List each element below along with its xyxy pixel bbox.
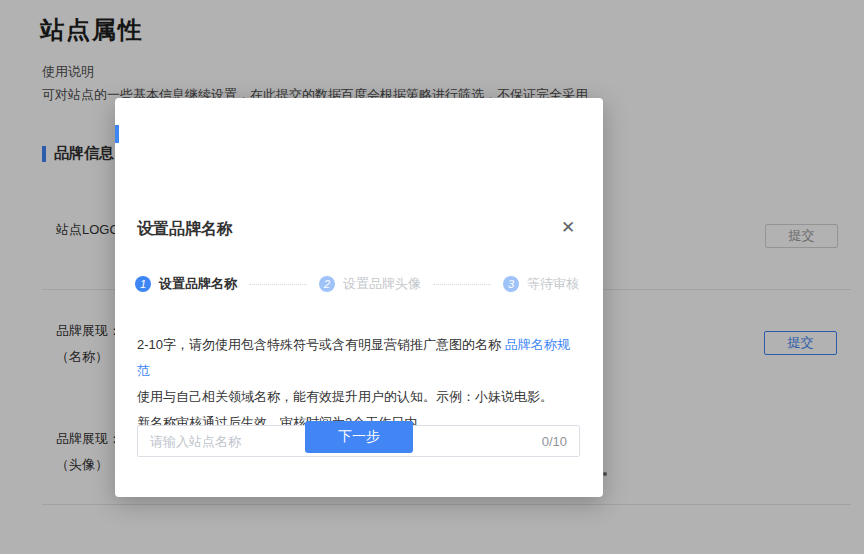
- step-3-circle: 3: [503, 276, 519, 292]
- step-connector-dots: [249, 284, 307, 285]
- desc-line-1: 2-10字，请勿使用包含特殊符号或含有明显营销推广意图的名称 品牌名称规范: [137, 332, 581, 384]
- brand-name-modal: 设置品牌名称 ✕ 1 设置品牌名称 2 设置品牌头像 3 等待审核 2-10字，…: [115, 98, 603, 497]
- step-connector-dots: [433, 284, 491, 285]
- step-indicator: 1 设置品牌名称 2 设置品牌头像 3 等待审核: [135, 275, 579, 293]
- step-1-label: 设置品牌名称: [159, 275, 237, 293]
- step-2-circle: 2: [319, 276, 335, 292]
- modal-title-accent-bar: [115, 125, 119, 143]
- screen: 站点属性 使用说明 可对站点的一些基本信息继续设置，在此提交的数据百度会根据策略…: [0, 0, 864, 554]
- desc-line-1-text: 2-10字，请勿使用包含特殊符号或含有明显营销推广意图的名称: [137, 337, 501, 352]
- step-1-set-brand-name: 1 设置品牌名称: [135, 275, 237, 293]
- next-step-button[interactable]: 下一步: [305, 421, 413, 453]
- modal-title: 设置品牌名称: [137, 219, 233, 240]
- desc-line-2: 使用与自己相关领域名称，能有效提升用户的认知。示例：小妹说电影。: [137, 384, 581, 410]
- step-2-set-brand-avatar: 2 设置品牌头像: [319, 275, 421, 293]
- step-2-label: 设置品牌头像: [343, 275, 421, 293]
- step-3-label: 等待审核: [527, 275, 579, 293]
- step-3-wait-review: 3 等待审核: [503, 275, 579, 293]
- step-1-circle: 1: [135, 276, 151, 292]
- close-icon[interactable]: ✕: [556, 216, 580, 240]
- char-counter: 0/10: [542, 434, 567, 449]
